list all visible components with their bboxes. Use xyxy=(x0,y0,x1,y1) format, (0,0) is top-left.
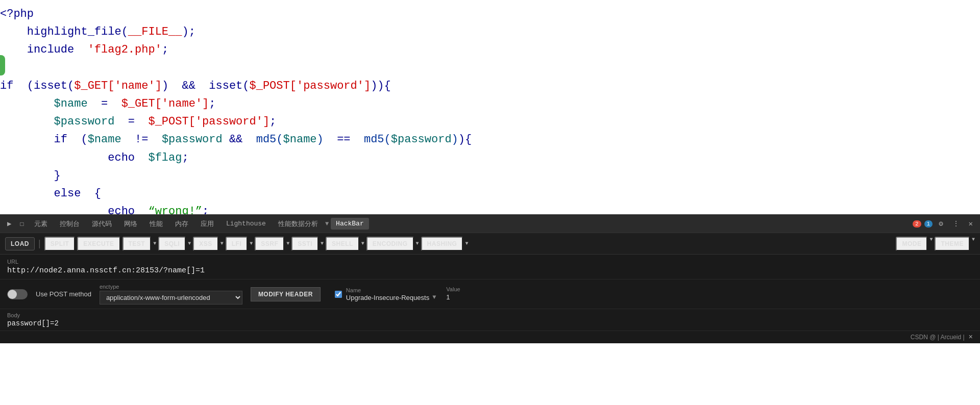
bottom-bar: CSDN @ | Arcueid | × xyxy=(0,331,980,343)
tab-performance[interactable]: 性能 xyxy=(144,216,168,232)
header-name-col-label: Name xyxy=(346,287,438,293)
theme-arrow[interactable]: ▼ xyxy=(972,237,975,251)
tab-memory[interactable]: 内存 xyxy=(170,216,193,232)
code-token: = xyxy=(114,113,148,131)
divider-1: | xyxy=(37,239,42,249)
enctype-select[interactable]: application/x-www-form-urlencoded xyxy=(100,291,242,305)
lfi-button[interactable]: LFI xyxy=(226,237,248,251)
header-name-row: Upgrade-Insecure-Requests ▼ xyxy=(346,294,438,301)
code-line-11: else { xyxy=(0,185,980,202)
ssti-arrow[interactable]: ▼ xyxy=(321,241,324,246)
test-arrow[interactable]: ▼ xyxy=(153,241,156,246)
ssrf-button[interactable]: SSRF xyxy=(255,237,284,251)
ssti-button[interactable]: SSTI xyxy=(291,237,318,251)
modify-header-button[interactable]: MODIFY HEADER xyxy=(251,287,321,301)
code-line-12: echo “wrong!”; xyxy=(0,202,980,214)
code-token: != xyxy=(121,131,162,148)
code-token: $password xyxy=(0,113,114,131)
code-token: md5( xyxy=(364,131,391,148)
mode-arrow[interactable]: ▼ xyxy=(929,237,933,251)
tab-sources[interactable]: 源代码 xyxy=(87,216,117,232)
more-icon[interactable]: ⋮ xyxy=(949,219,963,228)
devtools-bar: ▶ ☐ 元素 控制台 源代码 网络 性能 内存 应用 Lighthouse 性能… xyxy=(0,214,980,233)
code-token: if ( xyxy=(0,131,88,148)
theme-button[interactable]: THEME xyxy=(935,237,970,251)
hashing-button[interactable]: HASHING xyxy=(421,237,463,251)
load-button[interactable]: LOAD xyxy=(5,237,35,250)
header-value-input[interactable] xyxy=(446,293,532,301)
hackbar-toolbar: LOAD | SPLIT EXECUTE TEST▼ SQLI▼ XSS▼ LF… xyxy=(0,233,980,254)
code-area: <?php highlight_file(__FILE__); include … xyxy=(0,0,980,214)
code-token: $_GET['name'] xyxy=(121,95,209,113)
code-token: md5( xyxy=(256,131,283,148)
post-section: Use POST method enctype application/x-ww… xyxy=(0,279,980,309)
code-line-3: include 'flag2.php'; xyxy=(0,41,980,59)
code-line-7: $password = $_POST['password']; xyxy=(0,113,980,131)
tab-console[interactable]: 控制台 xyxy=(55,216,85,232)
header-row: Name Upgrade-Insecure-Requests ▼ Value xyxy=(335,286,532,302)
split-button[interactable]: SPLIT xyxy=(44,237,76,251)
code-line-4 xyxy=(0,59,980,77)
header-checkbox[interactable] xyxy=(335,291,342,298)
settings-icon[interactable]: ⚙ xyxy=(936,219,946,228)
devtools-right-section: 2 1 ⚙ ⋮ ✕ xyxy=(913,219,976,228)
code-token: ) xyxy=(317,131,324,148)
code-token: 'flag2.php' xyxy=(88,41,162,59)
encoding-button[interactable]: ENCODING xyxy=(366,237,414,251)
post-toggle[interactable] xyxy=(7,289,28,299)
encoding-arrow[interactable]: ▼ xyxy=(416,241,419,246)
code-line-10: } xyxy=(0,167,980,185)
tab-elements[interactable]: 元素 xyxy=(29,216,53,232)
tab-application[interactable]: 应用 xyxy=(195,216,219,232)
perf-expand-icon[interactable]: ▼ xyxy=(325,220,329,227)
shell-button[interactable]: SHELL xyxy=(326,237,359,251)
code-token: echo xyxy=(0,202,148,214)
tab-lighthouse[interactable]: Lighthouse xyxy=(221,217,271,231)
code-line-1: <?php xyxy=(0,5,980,23)
code-token: $_POST['password'] xyxy=(148,113,270,131)
code-token: && xyxy=(223,131,256,148)
cursor-icon[interactable]: ▶ xyxy=(4,219,14,228)
code-token: $name xyxy=(0,95,88,113)
code-token: $_POST['password'] xyxy=(250,77,371,95)
device-icon[interactable]: ☐ xyxy=(16,219,27,228)
post-method-label: Use POST method xyxy=(36,290,91,298)
code-token: highlight_file( xyxy=(0,23,128,41)
code-token: else { xyxy=(0,185,101,202)
lfi-arrow[interactable]: ▼ xyxy=(250,241,253,246)
ssrf-arrow[interactable]: ▼ xyxy=(286,241,289,246)
code-token: “wrong!” xyxy=(148,202,202,214)
code-token: ){ xyxy=(458,131,472,148)
sqli-button[interactable]: SQLI xyxy=(158,237,186,251)
code-line-6: $name = $_GET['name']; xyxy=(0,95,980,113)
xss-arrow[interactable]: ▼ xyxy=(220,241,224,246)
code-token: if (isset( xyxy=(0,77,74,95)
code-token: )){ xyxy=(371,77,391,95)
test-button[interactable]: TEST xyxy=(122,237,152,251)
tab-perf-data[interactable]: 性能数据分析 xyxy=(273,216,323,232)
code-token: ) && isset( xyxy=(162,77,250,95)
code-token: $password xyxy=(162,131,223,148)
url-value[interactable]: http://node2.anna.nssctf.cn:28153/?name[… xyxy=(7,266,973,275)
sqli-arrow[interactable]: ▼ xyxy=(188,241,191,246)
close-bottom-icon[interactable]: × xyxy=(969,333,973,341)
mode-button[interactable]: MODE xyxy=(896,237,927,251)
code-token: ; xyxy=(162,41,168,59)
execute-button[interactable]: EXECUTE xyxy=(77,237,120,251)
url-label: URL xyxy=(7,259,973,265)
header-dropdown-icon[interactable]: ▼ xyxy=(430,294,438,301)
code-token: $flag xyxy=(148,149,182,167)
error-badge: 2 xyxy=(913,220,921,227)
xss-button[interactable]: XSS xyxy=(193,237,218,251)
code-token: ) xyxy=(452,131,458,148)
tab-hackbar[interactable]: HackBar xyxy=(331,218,369,230)
body-value[interactable]: password[]=2 xyxy=(7,319,973,327)
enctype-section: enctype application/x-www-form-urlencode… xyxy=(100,284,242,305)
close-devtools-icon[interactable]: ✕ xyxy=(966,219,976,228)
code-line-2: highlight_file(__FILE__); xyxy=(0,23,980,41)
enctype-label: enctype xyxy=(100,284,242,290)
hashing-arrow[interactable]: ▼ xyxy=(465,241,468,246)
tab-network[interactable]: 网络 xyxy=(119,216,142,232)
shell-arrow[interactable]: ▼ xyxy=(361,241,364,246)
body-label: Body xyxy=(7,312,973,318)
